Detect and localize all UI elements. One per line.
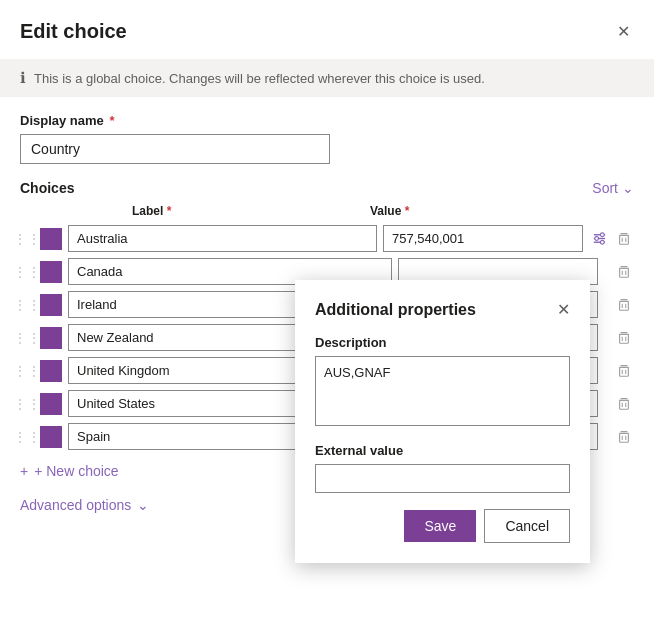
choices-header: Choices Sort ⌄ — [0, 164, 654, 204]
modal-actions: Save Cancel — [315, 509, 570, 543]
additional-properties-button[interactable] — [604, 368, 610, 374]
advanced-options-label: Advanced options — [20, 497, 131, 513]
svg-rect-18 — [620, 301, 629, 310]
color-swatch[interactable] — [40, 261, 62, 283]
svg-rect-31 — [621, 397, 628, 398]
chevron-down-icon: ⌄ — [137, 497, 149, 513]
external-value-input[interactable] — [315, 464, 570, 493]
svg-rect-36 — [621, 430, 628, 431]
svg-rect-8 — [620, 235, 629, 244]
svg-rect-21 — [621, 331, 628, 332]
modal-header: Additional properties ✕ — [315, 300, 570, 319]
drag-handle-icon[interactable]: ⋮⋮ — [20, 231, 34, 247]
color-swatch[interactable] — [40, 393, 62, 415]
svg-rect-16 — [621, 298, 628, 299]
info-bar: ℹ This is a global choice. Changes will … — [0, 59, 654, 97]
row-actions — [604, 295, 634, 315]
modal-cancel-button[interactable]: Cancel — [484, 509, 570, 543]
additional-properties-button[interactable] — [604, 401, 610, 407]
drag-handle-icon[interactable]: ⋮⋮ — [20, 264, 34, 280]
color-swatch[interactable] — [40, 426, 62, 448]
additional-properties-button[interactable] — [604, 434, 610, 440]
choice-value-input[interactable] — [383, 225, 583, 252]
sort-label: Sort — [592, 180, 618, 196]
svg-rect-6 — [621, 232, 628, 233]
sort-button[interactable]: Sort ⌄ — [592, 180, 634, 196]
additional-properties-button[interactable] — [604, 269, 610, 275]
required-star: * — [106, 113, 115, 128]
color-swatch[interactable] — [40, 294, 62, 316]
choices-columns-header: Label * Value * — [0, 204, 654, 222]
external-value-label: External value — [315, 443, 570, 458]
svg-rect-28 — [620, 367, 629, 376]
col-label-header: Label * — [132, 204, 362, 218]
info-icon: ℹ — [20, 69, 26, 87]
delete-choice-button[interactable] — [614, 427, 634, 447]
row-actions — [604, 328, 634, 348]
svg-point-4 — [595, 237, 599, 241]
choices-label: Choices — [20, 180, 74, 196]
drag-handle-icon[interactable]: ⋮⋮ — [20, 297, 34, 313]
drag-handle-icon[interactable]: ⋮⋮ — [20, 330, 34, 346]
choice-row: ⋮⋮ — [0, 222, 654, 255]
svg-rect-26 — [621, 364, 628, 365]
panel-title: Edit choice — [20, 20, 127, 43]
svg-rect-23 — [620, 334, 629, 343]
description-label: Description — [315, 335, 570, 350]
info-message: This is a global choice. Changes will be… — [34, 71, 485, 86]
choice-label-input[interactable] — [68, 225, 377, 252]
svg-rect-33 — [620, 400, 629, 409]
row-actions — [604, 394, 634, 414]
panel-header: Edit choice ✕ — [0, 0, 654, 59]
row-actions — [604, 427, 634, 447]
display-name-input[interactable] — [20, 134, 330, 164]
svg-point-3 — [600, 233, 604, 237]
delete-choice-button[interactable] — [614, 229, 634, 249]
modal-title: Additional properties — [315, 301, 476, 319]
modal-close-button[interactable]: ✕ — [557, 300, 570, 319]
drag-handle-icon[interactable]: ⋮⋮ — [20, 363, 34, 379]
chevron-down-icon: ⌄ — [622, 180, 634, 196]
display-name-section: Display name * — [0, 113, 654, 164]
row-actions — [604, 262, 634, 282]
color-swatch[interactable] — [40, 360, 62, 382]
additional-properties-button[interactable] — [604, 302, 610, 308]
additional-properties-button[interactable] — [589, 228, 610, 249]
description-input[interactable]: AUS,GNAF — [315, 356, 570, 426]
drag-handle-icon[interactable]: ⋮⋮ — [20, 396, 34, 412]
additional-properties-button[interactable] — [604, 335, 610, 341]
new-choice-button[interactable]: + + New choice — [0, 453, 139, 489]
additional-properties-modal: Additional properties ✕ Description AUS,… — [295, 280, 590, 563]
new-choice-plus-icon: + — [20, 463, 28, 479]
color-swatch[interactable] — [40, 228, 62, 250]
svg-rect-11 — [621, 265, 628, 266]
drag-handle-icon[interactable]: ⋮⋮ — [20, 429, 34, 445]
panel-close-button[interactable]: ✕ — [613, 18, 634, 45]
svg-point-5 — [600, 240, 604, 244]
svg-rect-13 — [620, 268, 629, 277]
edit-choice-panel: Edit choice ✕ ℹ This is a global choice.… — [0, 0, 654, 617]
advanced-options-button[interactable]: Advanced options ⌄ — [0, 489, 169, 521]
modal-save-button[interactable]: Save — [404, 510, 476, 542]
delete-choice-button[interactable] — [614, 394, 634, 414]
color-swatch[interactable] — [40, 327, 62, 349]
svg-rect-38 — [620, 433, 629, 442]
col-value-header: Value * — [370, 204, 570, 218]
display-name-label: Display name * — [20, 113, 634, 128]
delete-choice-button[interactable] — [614, 328, 634, 348]
row-actions — [604, 361, 634, 381]
delete-choice-button[interactable] — [614, 361, 634, 381]
row-actions — [589, 228, 634, 249]
delete-choice-button[interactable] — [614, 295, 634, 315]
delete-choice-button[interactable] — [614, 262, 634, 282]
new-choice-label: + New choice — [34, 463, 118, 479]
